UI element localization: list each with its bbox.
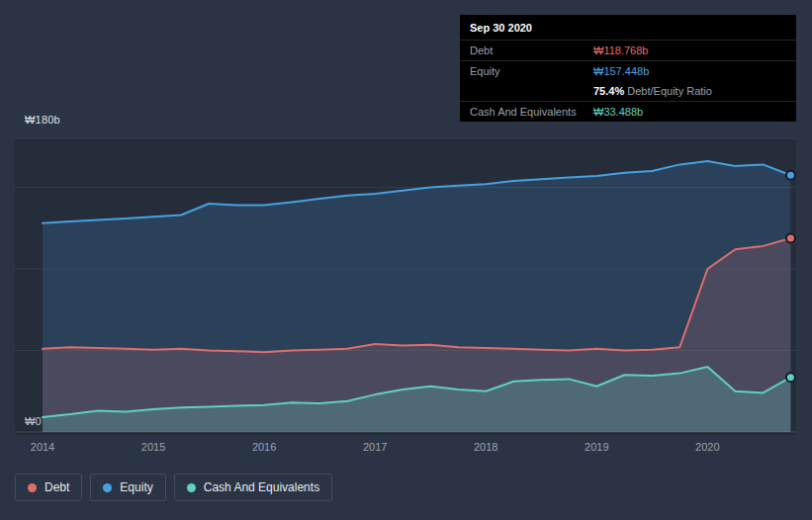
legend-label: Cash And Equivalents <box>204 480 319 494</box>
equity-dot-icon <box>103 483 112 492</box>
legend-label: Debt <box>45 480 69 494</box>
cash-label: Cash And Equivalents <box>470 106 593 118</box>
endpoint-cash-and-equivalents <box>786 373 795 382</box>
x-tick-2016: 2016 <box>252 441 276 453</box>
legend: DebtEquityCash And Equivalents <box>15 474 332 501</box>
x-tick-2019: 2019 <box>585 441 608 453</box>
equity-label: Equity <box>470 65 593 77</box>
debt-equity-history-chart: Sep 30 2020 Debt ₩118.768b Equity ₩157.4… <box>0 0 812 520</box>
tooltip-debt-row: Debt ₩118.768b <box>460 41 796 61</box>
debt-dot-icon <box>28 483 37 492</box>
ratio-percent: 75.4% <box>593 85 624 97</box>
x-tick-2020: 2020 <box>695 441 719 453</box>
x-axis: 2014201520162017201820192020 <box>0 441 812 457</box>
y-axis-max-label: ₩180b <box>25 114 60 126</box>
equity-value: ₩157.448b <box>593 65 786 77</box>
x-tick-2015: 2015 <box>141 441 165 453</box>
x-tick-2017: 2017 <box>363 441 387 453</box>
legend-item-debt[interactable]: Debt <box>15 474 82 501</box>
legend-item-equity[interactable]: Equity <box>90 474 165 501</box>
tooltip-cash-row: Cash And Equivalents ₩33.488b <box>460 102 796 122</box>
ratio-label: Debt/Equity Ratio <box>627 85 712 97</box>
x-tick-2014: 2014 <box>31 441 54 453</box>
ratio-value: 75.4% Debt/Equity Ratio <box>593 85 786 97</box>
tooltip: Sep 30 2020 Debt ₩118.768b Equity ₩157.4… <box>460 15 796 122</box>
chart-svg[interactable] <box>15 138 796 435</box>
tooltip-date: Sep 30 2020 <box>460 15 796 41</box>
endpoint-equity <box>786 171 795 180</box>
debt-value: ₩118.768b <box>593 44 786 56</box>
x-tick-2018: 2018 <box>474 441 497 453</box>
cash-and-equivalents-dot-icon <box>187 483 196 492</box>
tooltip-equity-row: Equity ₩157.448b <box>460 61 796 81</box>
debt-label: Debt <box>470 44 593 56</box>
endpoint-debt <box>786 234 795 243</box>
tooltip-ratio-row: 75.4% Debt/Equity Ratio <box>460 81 796 102</box>
legend-label: Equity <box>120 480 152 494</box>
legend-item-cash-and-equivalents[interactable]: Cash And Equivalents <box>174 474 332 501</box>
cash-value: ₩33.488b <box>593 106 786 118</box>
